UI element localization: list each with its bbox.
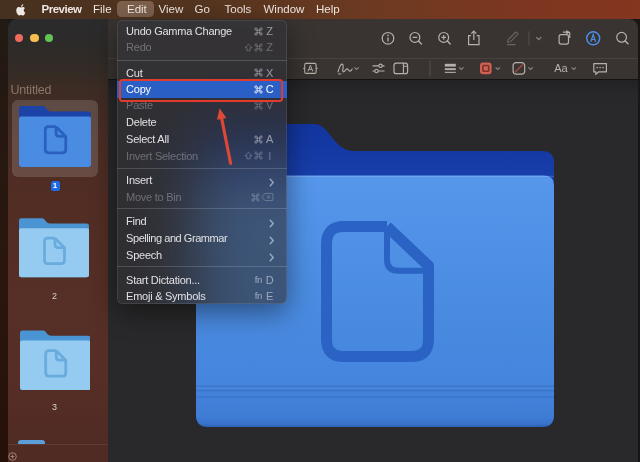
svg-text:Aa: Aa [554, 62, 568, 74]
